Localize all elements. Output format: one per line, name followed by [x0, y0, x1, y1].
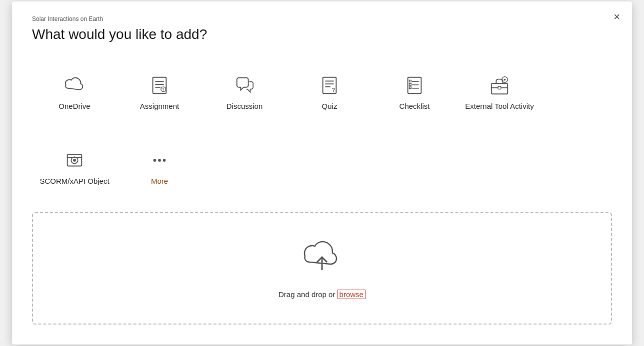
item-onedrive[interactable]: OneDrive — [32, 60, 117, 125]
svg-point-28 — [158, 159, 161, 162]
quiz-icon: ? — [319, 75, 340, 96]
more-icon — [149, 150, 170, 171]
drop-text-before: Drag and drop or — [278, 290, 338, 299]
discussion-icon — [234, 75, 255, 96]
quiz-label: Quiz — [322, 101, 338, 111]
svg-rect-15 — [410, 80, 412, 82]
onedrive-label: OneDrive — [58, 101, 90, 111]
drop-zone-text: Drag and drop or browse — [278, 290, 366, 299]
more-label: More — [151, 176, 168, 186]
svg-point-22 — [504, 78, 506, 80]
external-tool-label: External Tool Activity — [465, 101, 534, 111]
svg-rect-17 — [410, 86, 412, 88]
item-checklist[interactable]: Checklist — [372, 60, 457, 125]
browse-link[interactable]: browse — [338, 290, 366, 299]
close-button[interactable]: × — [614, 11, 620, 22]
svg-text:?: ? — [332, 87, 335, 93]
drop-zone[interactable]: Drag and drop or browse — [32, 212, 612, 325]
item-scorm[interactable]: SCORM/xAPI Object — [32, 135, 117, 200]
checklist-icon — [404, 75, 425, 96]
svg-rect-16 — [410, 83, 412, 85]
upload-cloud-icon — [302, 238, 342, 280]
item-assignment[interactable]: ? Assignment — [117, 60, 202, 125]
assignment-icon: ? — [149, 75, 170, 96]
item-external-tool[interactable]: External Tool Activity — [457, 60, 542, 125]
svg-point-29 — [163, 159, 166, 162]
svg-point-25 — [73, 159, 76, 162]
item-quiz[interactable]: ? Quiz — [287, 60, 372, 125]
svg-rect-20 — [498, 86, 501, 89]
items-grid-row2: SCORM/xAPI Object More — [32, 135, 612, 200]
assignment-label: Assignment — [140, 101, 179, 111]
modal-title: What would you like to add? — [32, 26, 612, 42]
items-grid-row1: OneDrive ? Assignment — [32, 60, 612, 125]
external-tool-icon — [489, 75, 510, 96]
item-more[interactable]: More — [117, 135, 202, 200]
scorm-icon — [64, 150, 85, 171]
svg-point-27 — [154, 159, 156, 162]
discussion-label: Discussion — [226, 101, 263, 111]
item-discussion[interactable]: Discussion — [202, 60, 287, 125]
scorm-label: SCORM/xAPI Object — [40, 176, 109, 186]
onedrive-icon — [64, 75, 85, 96]
svg-text:?: ? — [162, 87, 164, 91]
checklist-label: Checklist — [400, 101, 430, 111]
modal-subtitle: Solar Interactions on Earth — [32, 15, 612, 22]
modal-dialog: Solar Interactions on Earth What would y… — [12, 1, 632, 345]
